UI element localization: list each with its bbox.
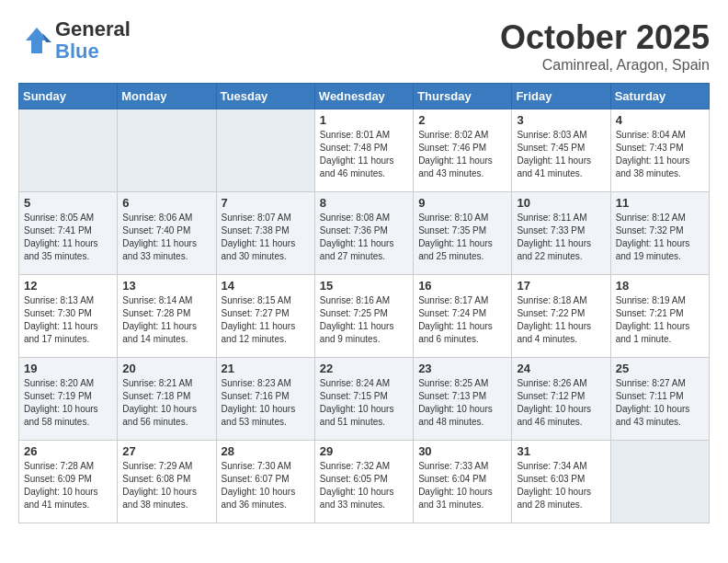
sunset-text: Sunset: 7:30 PM: [24, 308, 92, 318]
calendar-cell: 15 Sunrise: 8:16 AM Sunset: 7:25 PM Dayl…: [314, 275, 413, 358]
sunset-text: Sunset: 7:24 PM: [418, 308, 486, 318]
calendar-cell: 12 Sunrise: 8:13 AM Sunset: 7:30 PM Dayl…: [19, 275, 118, 358]
day-number: 11: [616, 196, 704, 210]
sunset-text: Sunset: 7:18 PM: [122, 391, 190, 401]
day-number: 3: [517, 113, 605, 127]
daylight-text: Daylight: 11 hours and 41 minutes.: [517, 155, 591, 178]
daylight-text: Daylight: 11 hours and 25 minutes.: [418, 238, 493, 261]
calendar-cell: 8 Sunrise: 8:08 AM Sunset: 7:36 PM Dayli…: [314, 192, 413, 275]
sunrise-text: Sunrise: 8:06 AM: [122, 213, 192, 223]
day-number: 13: [122, 279, 210, 293]
daylight-text: Daylight: 11 hours and 27 minutes.: [320, 238, 394, 261]
calendar-cell: 7 Sunrise: 8:07 AM Sunset: 7:38 PM Dayli…: [216, 192, 314, 275]
sunrise-text: Sunrise: 8:08 AM: [320, 213, 390, 223]
daylight-text: Daylight: 11 hours and 17 minutes.: [24, 321, 98, 344]
sunrise-text: Sunrise: 7:30 AM: [222, 461, 291, 471]
day-number: 20: [122, 362, 210, 375]
calendar-cell: 25 Sunrise: 8:27 AM Sunset: 7:11 PM Dayl…: [610, 358, 709, 441]
daylight-text: Daylight: 11 hours and 14 minutes.: [122, 321, 197, 344]
cell-info: Sunrise: 7:34 AM Sunset: 6:03 PM Dayligh…: [517, 460, 605, 511]
daylight-text: Daylight: 10 hours and 41 minutes.: [24, 487, 98, 510]
cell-info: Sunrise: 8:24 AM Sunset: 7:15 PM Dayligh…: [320, 377, 408, 429]
calendar-cell: 29 Sunrise: 7:32 AM Sunset: 6:05 PM Dayl…: [314, 441, 413, 523]
day-number: 19: [24, 362, 112, 375]
sunset-text: Sunset: 7:36 PM: [320, 225, 388, 236]
sunset-text: Sunset: 7:13 PM: [418, 391, 486, 401]
location: Caminreal, Aragon, Spain: [500, 57, 710, 74]
calendar-cell: 5 Sunrise: 8:05 AM Sunset: 7:41 PM Dayli…: [19, 192, 118, 275]
day-number: 1: [320, 113, 408, 127]
day-number: 16: [418, 279, 506, 293]
daylight-text: Daylight: 11 hours and 9 minutes.: [320, 321, 394, 344]
daylight-text: Daylight: 10 hours and 43 minutes.: [616, 404, 690, 427]
cell-info: Sunrise: 7:33 AM Sunset: 6:04 PM Dayligh…: [418, 460, 506, 511]
calendar-cell: 21 Sunrise: 8:23 AM Sunset: 7:16 PM Dayl…: [216, 358, 314, 441]
sunrise-text: Sunrise: 8:17 AM: [418, 295, 488, 305]
sunset-text: Sunset: 7:12 PM: [517, 391, 585, 401]
calendar-cell: 30 Sunrise: 7:33 AM Sunset: 6:04 PM Dayl…: [414, 441, 512, 523]
col-tuesday: Tuesday: [216, 84, 314, 109]
day-number: 18: [616, 279, 704, 293]
sunset-text: Sunset: 6:03 PM: [517, 474, 585, 484]
calendar-week-row: 19 Sunrise: 8:20 AM Sunset: 7:19 PM Dayl…: [19, 358, 710, 441]
sunset-text: Sunset: 7:27 PM: [222, 308, 290, 318]
cell-info: Sunrise: 8:26 AM Sunset: 7:12 PM Dayligh…: [517, 377, 605, 429]
calendar-cell: 17 Sunrise: 8:18 AM Sunset: 7:22 PM Dayl…: [512, 275, 610, 358]
sunrise-text: Sunrise: 8:12 AM: [616, 213, 686, 223]
sunset-text: Sunset: 7:41 PM: [24, 225, 92, 236]
sunrise-text: Sunrise: 8:19 AM: [616, 295, 686, 305]
day-number: 2: [418, 113, 506, 127]
sunset-text: Sunset: 7:15 PM: [320, 391, 388, 401]
day-number: 4: [616, 113, 704, 127]
daylight-text: Daylight: 11 hours and 19 minutes.: [616, 238, 690, 261]
day-number: 12: [24, 279, 112, 293]
sunrise-text: Sunrise: 8:10 AM: [418, 213, 488, 223]
cell-info: Sunrise: 8:27 AM Sunset: 7:11 PM Dayligh…: [616, 377, 704, 429]
cell-info: Sunrise: 8:25 AM Sunset: 7:13 PM Dayligh…: [418, 377, 506, 429]
day-number: 8: [320, 196, 408, 210]
cell-info: Sunrise: 8:08 AM Sunset: 7:36 PM Dayligh…: [320, 212, 408, 263]
daylight-text: Daylight: 11 hours and 1 minute.: [616, 321, 690, 344]
daylight-text: Daylight: 10 hours and 46 minutes.: [517, 404, 591, 427]
sunset-text: Sunset: 7:32 PM: [616, 225, 684, 236]
sunrise-text: Sunrise: 8:04 AM: [616, 130, 686, 140]
logo-icon: [18, 24, 51, 57]
sunrise-text: Sunrise: 7:33 AM: [418, 461, 488, 471]
cell-info: Sunrise: 8:04 AM Sunset: 7:43 PM Dayligh…: [616, 129, 704, 180]
sunset-text: Sunset: 7:19 PM: [24, 391, 92, 401]
daylight-text: Daylight: 10 hours and 33 minutes.: [320, 487, 394, 510]
calendar-cell: 19 Sunrise: 8:20 AM Sunset: 7:19 PM Dayl…: [19, 358, 118, 441]
calendar-cell: 31 Sunrise: 7:34 AM Sunset: 6:03 PM Dayl…: [512, 441, 610, 523]
sunrise-text: Sunrise: 7:34 AM: [517, 461, 586, 471]
day-number: 14: [222, 279, 310, 293]
logo-text: GeneralBlue: [55, 18, 131, 63]
sunset-text: Sunset: 7:11 PM: [616, 391, 684, 401]
sunset-text: Sunset: 6:07 PM: [222, 474, 290, 484]
cell-info: Sunrise: 8:20 AM Sunset: 7:19 PM Dayligh…: [24, 377, 112, 429]
calendar-cell: [118, 109, 216, 192]
calendar-cell: 1 Sunrise: 8:01 AM Sunset: 7:48 PM Dayli…: [314, 109, 413, 192]
daylight-text: Daylight: 11 hours and 6 minutes.: [418, 321, 493, 344]
daylight-text: Daylight: 10 hours and 48 minutes.: [418, 404, 493, 427]
daylight-text: Daylight: 11 hours and 38 minutes.: [616, 155, 690, 178]
sunrise-text: Sunrise: 8:23 AM: [222, 378, 291, 388]
calendar-cell: 20 Sunrise: 8:21 AM Sunset: 7:18 PM Dayl…: [118, 358, 216, 441]
daylight-text: Daylight: 10 hours and 56 minutes.: [122, 404, 197, 427]
cell-info: Sunrise: 8:10 AM Sunset: 7:35 PM Dayligh…: [418, 212, 506, 263]
daylight-text: Daylight: 10 hours and 58 minutes.: [24, 404, 98, 427]
cell-info: Sunrise: 8:01 AM Sunset: 7:48 PM Dayligh…: [320, 129, 408, 180]
calendar-cell: 4 Sunrise: 8:04 AM Sunset: 7:43 PM Dayli…: [610, 109, 709, 192]
cell-info: Sunrise: 8:06 AM Sunset: 7:40 PM Dayligh…: [122, 212, 210, 263]
sunrise-text: Sunrise: 8:13 AM: [24, 295, 94, 305]
sunrise-text: Sunrise: 8:21 AM: [122, 378, 192, 388]
cell-info: Sunrise: 8:23 AM Sunset: 7:16 PM Dayligh…: [222, 377, 310, 429]
sunset-text: Sunset: 7:38 PM: [222, 225, 290, 236]
daylight-text: Daylight: 10 hours and 31 minutes.: [418, 487, 493, 510]
col-thursday: Thursday: [414, 84, 512, 109]
day-number: 9: [418, 196, 506, 210]
sunset-text: Sunset: 6:04 PM: [418, 474, 486, 484]
cell-info: Sunrise: 8:18 AM Sunset: 7:22 PM Dayligh…: [517, 294, 605, 346]
cell-info: Sunrise: 7:30 AM Sunset: 6:07 PM Dayligh…: [222, 460, 310, 511]
daylight-text: Daylight: 11 hours and 33 minutes.: [122, 238, 197, 261]
cell-info: Sunrise: 8:19 AM Sunset: 7:21 PM Dayligh…: [616, 294, 704, 346]
